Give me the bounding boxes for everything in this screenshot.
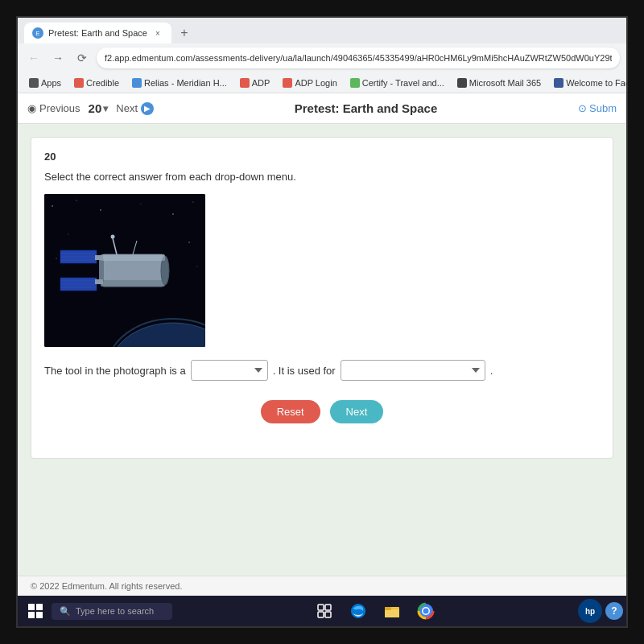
svg-rect-42 — [385, 609, 399, 617]
reset-button[interactable]: Reset — [261, 400, 320, 423]
answer-row: The tool in the photograph is a telescop… — [44, 360, 600, 381]
svg-rect-32 — [28, 604, 35, 610]
svg-rect-39 — [325, 612, 331, 617]
toolbar-title: Pretest: Earth and Space — [162, 101, 570, 115]
svg-rect-33 — [36, 604, 43, 610]
back-button[interactable]: ← — [24, 48, 43, 68]
svg-rect-23 — [95, 255, 103, 260]
question-card: 20 Select the correct answer from each d… — [31, 137, 613, 459]
bookmark-microsoft[interactable]: Microsoft Mail 365 — [452, 76, 546, 89]
svg-point-9 — [56, 258, 56, 258]
submit-icon: ⊙ — [578, 102, 587, 114]
start-button[interactable] — [24, 600, 47, 622]
svg-rect-17 — [101, 254, 165, 261]
svg-point-10 — [197, 266, 198, 267]
previous-button[interactable]: ◉ Previous — [27, 102, 80, 114]
edge-browser-icon[interactable] — [345, 597, 372, 625]
bookmark-adp-login[interactable]: ADP Login — [278, 76, 341, 89]
svg-point-2 — [76, 200, 76, 200]
taskbar-search-box[interactable]: 🔍 Type here to search — [52, 603, 172, 620]
monitor: E Pretest: Earth and Space × + ← → ⟳ App… — [0, 0, 644, 644]
main-content: 20 Select the correct answer from each d… — [18, 124, 626, 576]
svg-point-3 — [100, 209, 101, 210]
submit-label: Subm — [589, 102, 617, 114]
sentence-prefix: The tool in the photograph is a — [44, 365, 186, 377]
question-number-display[interactable]: 20 ▾ — [89, 101, 109, 115]
question-number-badge: 20 — [44, 151, 600, 163]
refresh-button[interactable]: ⟳ — [72, 48, 92, 68]
bookmark-credible[interactable]: Credible — [69, 76, 124, 89]
svg-point-4 — [141, 204, 142, 204]
taskbar-right: hp ? — [578, 599, 623, 623]
bookmark-apps[interactable]: Apps — [24, 76, 66, 89]
sentence-middle: . It is used for — [273, 365, 336, 377]
tab-title: Pretest: Earth and Space — [48, 28, 147, 38]
svg-point-49 — [423, 609, 429, 614]
hubble-telescope-image — [44, 194, 205, 347]
taskbar: 🔍 Type here to search — [18, 596, 628, 626]
next-icon: ▶ — [141, 102, 154, 115]
svg-rect-34 — [28, 612, 35, 618]
purpose-dropdown[interactable]: observing distant objects measuring temp… — [341, 360, 485, 381]
previous-label: Previous — [39, 102, 80, 114]
next-button[interactable]: Next — [330, 400, 384, 423]
svg-point-7 — [68, 234, 69, 235]
hp-logo: hp — [578, 599, 602, 623]
next-button-toolbar[interactable]: Next ▶ — [116, 102, 154, 115]
chrome-icon[interactable] — [412, 597, 440, 625]
tab-close-button[interactable]: × — [152, 27, 163, 39]
bookmark-relias[interactable]: Relias - Meridian H... — [127, 76, 232, 89]
copyright-text: © 2022 Edmentum. All rights reserved. — [31, 581, 182, 591]
address-bar[interactable] — [97, 47, 620, 68]
help-icon[interactable]: ? — [605, 602, 623, 620]
svg-point-6 — [192, 201, 193, 202]
submit-button[interactable]: ⊙ Subm — [578, 102, 617, 114]
taskbar-search-text: Type here to search — [76, 606, 154, 616]
tab-favicon: E — [32, 27, 43, 39]
app-toolbar: ◉ Previous 20 ▾ Next ▶ Pretest: Earth an… — [18, 93, 626, 124]
tab-bar: E Pretest: Earth and Space × + — [18, 18, 626, 43]
new-tab-button[interactable]: + — [175, 23, 194, 43]
taskbar-icons — [177, 597, 573, 625]
tool-dropdown[interactable]: telescope microscope satellite probe — [191, 360, 268, 381]
svg-point-5 — [172, 213, 174, 215]
svg-rect-28 — [95, 279, 103, 284]
previous-icon: ◉ — [27, 102, 36, 114]
browser-screen: E Pretest: Earth and Space × + ← → ⟳ App… — [16, 16, 628, 628]
action-buttons: Reset Next — [44, 400, 600, 423]
bookmarks-bar: Apps Credible Relias - Meridian H... ADP… — [18, 72, 626, 93]
file-explorer-icon[interactable] — [378, 597, 406, 625]
active-tab[interactable]: E Pretest: Earth and Space × — [24, 23, 171, 43]
svg-rect-36 — [318, 605, 324, 610]
svg-rect-43 — [385, 607, 391, 610]
svg-point-8 — [188, 242, 189, 242]
question-dropdown-icon[interactable]: ▾ — [103, 103, 108, 114]
svg-rect-38 — [318, 612, 324, 617]
svg-rect-16 — [99, 258, 104, 283]
svg-rect-37 — [325, 605, 331, 610]
bookmark-facebook[interactable]: Welcome to Facebo... — [549, 76, 626, 89]
svg-rect-35 — [36, 612, 43, 618]
search-icon: 🔍 — [60, 606, 71, 617]
svg-rect-18 — [101, 280, 165, 287]
next-label-toolbar: Next — [116, 102, 138, 114]
bookmark-certify[interactable]: Certify - Travel and... — [345, 76, 449, 89]
task-view-button[interactable] — [311, 597, 338, 625]
address-bar-row: ← → ⟳ — [18, 43, 626, 72]
svg-point-30 — [111, 235, 115, 239]
question-instruction: Select the correct answer from each drop… — [44, 171, 600, 183]
forward-button[interactable]: → — [48, 48, 68, 68]
bookmark-adp-logo[interactable]: ADP — [235, 76, 275, 89]
sentence-suffix: . — [490, 365, 493, 377]
browser-chrome: E Pretest: Earth and Space × + ← → ⟳ App… — [18, 18, 626, 93]
footer: © 2022 Edmentum. All rights reserved. — [18, 576, 626, 596]
svg-point-1 — [52, 205, 53, 207]
